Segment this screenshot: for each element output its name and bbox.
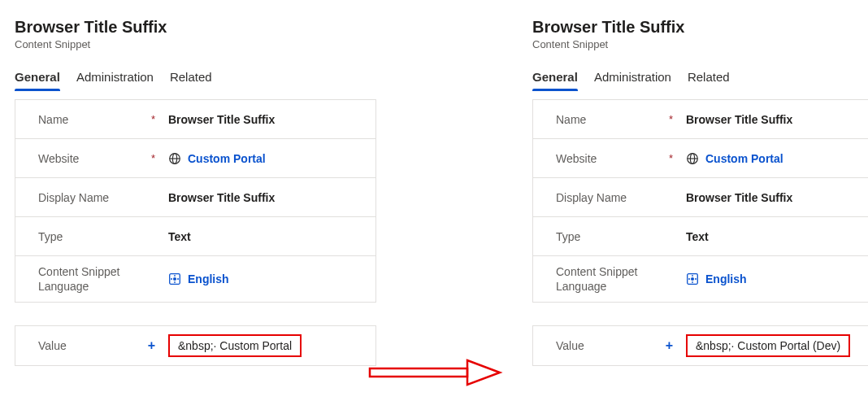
globe-icon xyxy=(168,152,181,165)
value-field[interactable]: &nbsp;· Custom Portal xyxy=(168,334,362,357)
page-title: Browser Title Suffix xyxy=(15,18,376,37)
svg-point-13 xyxy=(691,277,694,281)
entity-type-label: Content Snippet xyxy=(532,38,868,50)
tab-administration[interactable]: Administration xyxy=(594,65,671,90)
label-display-name: Display Name xyxy=(38,191,109,204)
svg-marker-19 xyxy=(467,360,500,385)
display-name-field[interactable]: Browser Title Suffix xyxy=(168,191,362,204)
field-label: Value + xyxy=(556,339,686,352)
field-row-name: Name * Browser Title Suffix xyxy=(15,100,375,139)
field-label: Type xyxy=(38,230,168,243)
name-value: Browser Title Suffix xyxy=(168,113,275,126)
svg-point-4 xyxy=(173,277,176,281)
entity-type-label: Content Snippet xyxy=(15,38,376,50)
value-highlight-box: &nbsp;· Custom Portal (Dev) xyxy=(686,334,850,357)
label-type: Type xyxy=(556,230,580,243)
page-title: Browser Title Suffix xyxy=(532,18,868,37)
field-row-website: Website * Custom Portal xyxy=(15,139,375,178)
field-row-display-name: Display Name Browser Title Suffix xyxy=(15,178,375,217)
display-name-value: Browser Title Suffix xyxy=(168,191,275,204)
website-value: Custom Portal xyxy=(705,152,783,165)
display-name-value: Browser Title Suffix xyxy=(686,191,792,204)
language-lookup[interactable]: English xyxy=(168,272,362,285)
tabs: General Administration Related xyxy=(15,65,376,91)
field-label: Display Name xyxy=(38,191,168,204)
svg-rect-18 xyxy=(370,368,467,377)
field-row-language: Content Snippet Language English xyxy=(15,256,375,303)
label-name: Name xyxy=(38,113,68,126)
label-website: Website xyxy=(38,152,79,165)
field-row-type: Type Text xyxy=(15,217,375,256)
field-row-value: Value + &nbsp;· Custom Portal (Dev) xyxy=(532,325,868,366)
record-panel-left: Browser Title Suffix Content Snippet Gen… xyxy=(15,18,376,366)
type-value: Text xyxy=(686,230,709,243)
value-field[interactable]: &nbsp;· Custom Portal (Dev) xyxy=(686,334,868,357)
field-row-name: Name * Browser Title Suffix xyxy=(533,100,868,139)
field-label: Content Snippet Language xyxy=(556,264,686,294)
label-type: Type xyxy=(38,230,63,243)
website-lookup[interactable]: Custom Portal xyxy=(686,152,868,165)
language-lookup[interactable]: English xyxy=(686,272,868,285)
language-value: English xyxy=(705,272,747,285)
type-value: Text xyxy=(168,230,191,243)
name-field[interactable]: Browser Title Suffix xyxy=(168,113,362,126)
field-row-website: Website * Custom Portal xyxy=(533,139,868,178)
field-label: Website * xyxy=(556,152,686,165)
field-label: Value + xyxy=(38,339,168,352)
field-label: Name * xyxy=(556,113,686,126)
language-value: English xyxy=(188,272,229,285)
general-section: Name * Browser Title Suffix Website * Cu… xyxy=(15,99,376,303)
language-icon xyxy=(686,272,699,285)
recommended-indicator: + xyxy=(148,339,158,352)
tab-general[interactable]: General xyxy=(532,65,578,90)
tab-general[interactable]: General xyxy=(15,65,60,90)
field-row-display-name: Display Name Browser Title Suffix xyxy=(533,178,868,217)
label-language: Content Snippet Language xyxy=(556,264,676,294)
field-label: Content Snippet Language xyxy=(38,264,168,294)
name-field[interactable]: Browser Title Suffix xyxy=(686,113,868,126)
label-display-name: Display Name xyxy=(556,191,627,204)
website-value: Custom Portal xyxy=(188,152,266,165)
arrow-icon xyxy=(366,356,504,389)
field-row-value: Value + &nbsp;· Custom Portal xyxy=(15,325,376,366)
tab-related[interactable]: Related xyxy=(688,65,730,90)
recommended-indicator: + xyxy=(666,339,676,352)
required-indicator: * xyxy=(669,113,676,125)
language-icon xyxy=(168,272,181,285)
label-value: Value xyxy=(38,339,67,352)
record-panel-right: Browser Title Suffix Content Snippet Gen… xyxy=(532,18,868,366)
field-label: Website * xyxy=(38,152,168,165)
label-value: Value xyxy=(556,339,584,352)
value-highlight-box: &nbsp;· Custom Portal xyxy=(168,334,302,357)
field-row-type: Type Text xyxy=(533,217,868,256)
display-name-field[interactable]: Browser Title Suffix xyxy=(686,191,868,204)
label-name: Name xyxy=(556,113,586,126)
field-label: Type xyxy=(556,230,686,243)
field-label: Name * xyxy=(38,113,168,126)
field-row-language: Content Snippet Language English xyxy=(533,256,868,303)
required-indicator: * xyxy=(151,152,158,164)
required-indicator: * xyxy=(669,152,676,164)
required-indicator: * xyxy=(151,113,158,125)
website-lookup[interactable]: Custom Portal xyxy=(168,152,362,165)
tabs: General Administration Related xyxy=(532,65,868,91)
type-field[interactable]: Text xyxy=(686,230,868,243)
tab-related[interactable]: Related xyxy=(170,65,212,90)
label-language: Content Snippet Language xyxy=(38,264,158,294)
tab-administration[interactable]: Administration xyxy=(76,65,154,90)
name-value: Browser Title Suffix xyxy=(686,113,792,126)
label-website: Website xyxy=(556,152,597,165)
type-field[interactable]: Text xyxy=(168,230,362,243)
field-label: Display Name xyxy=(556,191,686,204)
general-section: Name * Browser Title Suffix Website * Cu… xyxy=(532,99,868,303)
globe-icon xyxy=(686,152,699,165)
